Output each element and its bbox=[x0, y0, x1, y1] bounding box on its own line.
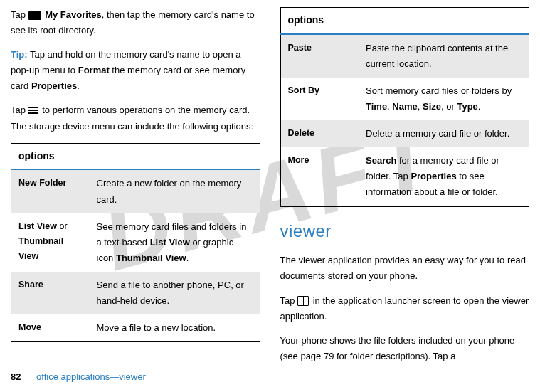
options-table-right: options Paste Paste the clipboard conten… bbox=[280, 7, 530, 207]
text: or bbox=[57, 221, 68, 231]
option-desc: Search for a memory card file or folder.… bbox=[359, 147, 529, 206]
text: Thumbnail View bbox=[18, 236, 63, 261]
option-desc: Create a new folder on the memory card. bbox=[90, 169, 260, 213]
text: Tap bbox=[11, 9, 28, 20]
option-desc: Move a file to a new location. bbox=[90, 314, 260, 342]
option-label: Move bbox=[11, 314, 90, 342]
table-row: Paste Paste the clipboard contents at th… bbox=[280, 34, 529, 78]
text: Size bbox=[423, 101, 441, 112]
table-row: Delete Delete a memory card file or fold… bbox=[280, 120, 529, 147]
option-desc: Delete a memory card file or folder. bbox=[359, 120, 529, 147]
para-tip: Tip: Tap and hold on the memory card's n… bbox=[11, 47, 260, 94]
text: . bbox=[77, 80, 80, 91]
options-table-left: options New Folder Create a new folder o… bbox=[11, 143, 260, 343]
text: List View bbox=[150, 237, 190, 248]
table-row: List View or Thumbnail View See memory c… bbox=[11, 213, 260, 272]
text: , or bbox=[441, 101, 457, 112]
table-row: Move Move a file to a new location. bbox=[11, 314, 260, 342]
text: Tap bbox=[11, 105, 28, 115]
table-header: options bbox=[11, 143, 260, 169]
text: Thumbnail View bbox=[116, 253, 186, 263]
table-row: More Search for a memory card file or fo… bbox=[280, 147, 529, 206]
option-desc: Paste the clipboard contents at the curr… bbox=[359, 34, 529, 78]
option-label: Share bbox=[11, 272, 90, 314]
option-label: More bbox=[280, 147, 359, 206]
page-content: Tap My Favorites, then tap the memory ca… bbox=[0, 0, 540, 380]
right-column: options Paste Paste the clipboard conten… bbox=[280, 7, 530, 373]
text: Name bbox=[392, 101, 417, 112]
text: Time bbox=[366, 101, 387, 112]
table-header: options bbox=[280, 8, 529, 34]
my-favorites-label: My Favorites bbox=[45, 9, 101, 20]
option-label: Sort By bbox=[280, 78, 359, 120]
left-column: Tap My Favorites, then tap the memory ca… bbox=[11, 7, 260, 373]
text: Type bbox=[457, 101, 477, 112]
text: in the application launcher screen to op… bbox=[280, 295, 529, 322]
option-desc: Sort memory card files or folders by Tim… bbox=[359, 78, 529, 120]
para-menu: Tap to perform various operations on the… bbox=[11, 102, 260, 134]
viewer-para3: Your phone shows the file folders includ… bbox=[280, 333, 530, 364]
text: Properties bbox=[411, 171, 456, 181]
properties-label: Properties bbox=[31, 80, 77, 91]
option-label: New Folder bbox=[11, 169, 90, 213]
text: Search bbox=[366, 155, 396, 166]
table-row: New Folder Create a new folder on the me… bbox=[11, 169, 260, 213]
viewer-para1: The viewer application provides an easy … bbox=[280, 253, 530, 284]
text: . bbox=[186, 253, 189, 263]
text: to perform various operations on the mem… bbox=[11, 105, 253, 131]
text: , bbox=[418, 101, 423, 112]
text: List View bbox=[18, 221, 57, 231]
text: . bbox=[478, 101, 481, 112]
option-label: Delete bbox=[280, 120, 359, 147]
format-label: Format bbox=[78, 65, 110, 75]
option-desc: See memory card files and folders in a t… bbox=[90, 213, 260, 272]
option-desc: Send a file to another phone, PC, or han… bbox=[90, 272, 260, 314]
option-label: Paste bbox=[280, 34, 359, 78]
table-row: Sort By Sort memory card files or folder… bbox=[280, 78, 529, 120]
viewer-para2: Tap in the application launcher screen t… bbox=[280, 293, 530, 324]
text: Tap bbox=[280, 295, 298, 306]
text: Sort memory card files or folders by bbox=[366, 85, 512, 96]
table-row: Share Send a file to another phone, PC, … bbox=[11, 272, 260, 314]
option-label: List View or Thumbnail View bbox=[11, 213, 90, 272]
para-tap-favorites: Tap My Favorites, then tap the memory ca… bbox=[11, 7, 260, 38]
menu-icon bbox=[28, 107, 38, 115]
tip-label: Tip: bbox=[11, 49, 28, 60]
book-icon bbox=[297, 296, 309, 306]
viewer-heading: viewer bbox=[280, 217, 530, 246]
folder-icon bbox=[28, 11, 41, 20]
